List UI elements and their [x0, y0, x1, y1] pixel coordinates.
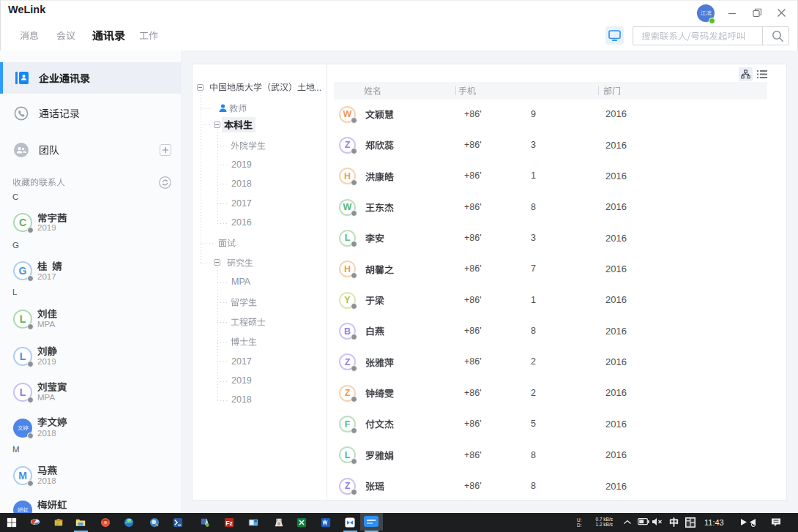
- svg-text:Fz: Fz: [225, 520, 233, 527]
